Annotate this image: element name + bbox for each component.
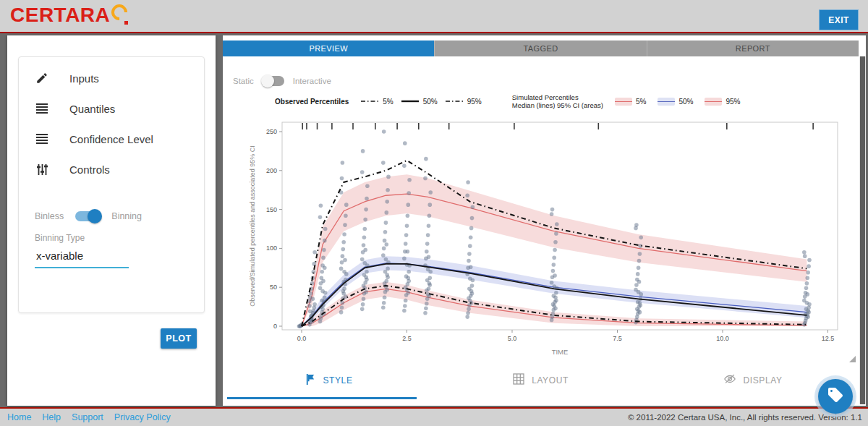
legend-item-observed: 5%	[360, 98, 393, 106]
vertical-scrollbar[interactable]	[859, 56, 866, 404]
sidebar-item-label: Inputs	[69, 72, 99, 85]
legend-item-label: 50%	[423, 98, 438, 106]
legend-item-label: 50%	[678, 98, 693, 106]
sidebar-item-inputs[interactable]: Inputs	[19, 63, 204, 93]
bottom-tab-bar: STYLE LAYOUT DISPLAY	[223, 371, 859, 390]
sidebar-item-label: Confidence Level	[69, 133, 153, 145]
y-tick-label: 0	[273, 323, 277, 330]
legend-item-simulated: 50%	[658, 98, 693, 106]
legend-swatch-line	[658, 101, 675, 103]
pencil-icon	[35, 72, 49, 85]
sidebar-item-label: Quantiles	[69, 103, 115, 115]
exit-button[interactable]: EXIT	[819, 9, 859, 30]
settings-sidebar: Inputs Quantiles Confidence Level Contro…	[7, 35, 216, 406]
y-tick-label: 100	[266, 244, 277, 252]
legend-simulated-title: Simulated Percentiles Median (lines) 95%…	[512, 93, 603, 110]
static-interactive-toggle-row: Static Interactive	[233, 76, 331, 86]
binless-label: Binless	[35, 211, 64, 221]
interactive-label: Interactive	[293, 77, 331, 85]
style-flag-icon	[305, 373, 315, 388]
plot-content	[297, 123, 814, 328]
top-bar: CERTARA EXIT	[0, 0, 868, 33]
layout-grid-icon	[513, 373, 524, 388]
active-tab-underline	[227, 397, 417, 399]
x-tick-label: 7.5	[613, 335, 622, 342]
x-tick-label: 2.5	[402, 335, 412, 342]
binning-type-label: Binning Type	[35, 233, 85, 243]
legend-item-label: 95%	[467, 98, 482, 106]
y-tick-label: 200	[266, 167, 277, 174]
x-tick-label: 0.0	[297, 335, 307, 342]
sidebar-item-label: Controls	[69, 163, 110, 176]
footer-links: Home Help Support Privacy Policy	[7, 409, 182, 426]
legend-simulated-title-line1: Simulated Percentiles	[512, 93, 579, 101]
legend-line-sample	[445, 98, 464, 105]
legend-band-swatch	[615, 98, 632, 106]
certara-logo: CERTARA	[10, 4, 128, 27]
chart-resize-grip[interactable]	[849, 356, 856, 362]
legend-item-label: 5%	[636, 98, 646, 106]
binning-toggle[interactable]	[75, 211, 100, 221]
top-tab-bar: PREVIEW TAGGED REPORT	[223, 41, 859, 56]
footer-bar: Home Help Support Privacy Policy © 2011-…	[0, 407, 868, 426]
vpc-chart-area: 0501001502002500.02.55.07.510.012.5TIMEO…	[244, 114, 856, 363]
footer-link-home[interactable]: Home	[7, 412, 31, 422]
legend-item-observed: 50%	[401, 98, 438, 106]
legend-line-sample	[360, 98, 379, 105]
bottom-tab-label: STYLE	[323, 375, 352, 385]
legend-item-simulated: 95%	[705, 98, 740, 106]
y-axis-title: Observed/Simulated percentiles and assoc…	[249, 145, 256, 307]
plot-button[interactable]: PLOT	[161, 328, 197, 349]
legend-line-sample	[401, 98, 420, 105]
legend-observed-title: Observed Percentiles	[275, 98, 349, 106]
toggle-knob	[88, 209, 102, 223]
preview-panel: PREVIEW TAGGED REPORT Static Interactive…	[223, 35, 866, 406]
sidebar-item-controls[interactable]: Controls	[19, 154, 204, 184]
toggle-knob	[261, 74, 274, 88]
tab-tagged[interactable]: TAGGED	[434, 41, 646, 56]
sidebar-item-confidence-level[interactable]: Confidence Level	[19, 124, 204, 154]
footer-link-help[interactable]: Help	[42, 412, 61, 422]
legend-item-label: 5%	[383, 98, 393, 106]
legend-band-swatch	[705, 98, 722, 106]
y-tick-label: 250	[266, 128, 277, 135]
sliders-icon	[35, 163, 49, 176]
legend-item-simulated: 5%	[615, 98, 646, 106]
tab-layout[interactable]: LAYOUT	[435, 371, 647, 390]
legend-simulated-items: 5%50%95%	[603, 98, 740, 106]
tag-fab-button[interactable]	[818, 379, 853, 414]
y-tick-label: 50	[270, 284, 277, 291]
eye-off-icon	[723, 373, 736, 388]
legend-simulated-title-line2: Median (lines) 95% CI (areas)	[512, 101, 603, 109]
x-axis-title: TIME	[552, 348, 569, 356]
list-icon	[35, 133, 49, 145]
x-tick-label: 10.0	[716, 335, 729, 342]
x-tick-label: 5.0	[508, 335, 517, 342]
list-icon	[35, 103, 49, 114]
legend-swatch-line	[615, 101, 632, 103]
legend-observed-items: 5%50%95%	[353, 98, 481, 106]
legend-item-label: 95%	[726, 98, 740, 106]
chart-legend: Observed Percentiles 5%50%95% Simulated …	[275, 93, 740, 110]
tab-style[interactable]: STYLE	[223, 371, 435, 390]
sidebar-item-quantiles[interactable]: Quantiles	[19, 93, 204, 124]
tab-preview[interactable]: PREVIEW	[223, 41, 434, 56]
footer-link-privacy-policy[interactable]: Privacy Policy	[114, 412, 171, 422]
scrollbar-thumb[interactable]	[860, 56, 865, 404]
x-tick-label: 12.5	[822, 335, 835, 342]
legend-item-observed: 95%	[445, 98, 482, 106]
binless-binning-toggle-row: Binless Binning	[35, 211, 142, 221]
vpc-plot-svg: 0501001502002500.02.55.07.510.012.5TIMEO…	[244, 114, 856, 363]
tab-report[interactable]: REPORT	[647, 41, 859, 56]
tag-icon	[827, 386, 844, 406]
y-tick-label: 150	[266, 206, 277, 213]
footer-link-support[interactable]: Support	[72, 412, 103, 422]
sidebar-menu-card: Inputs Quantiles Confidence Level Contro…	[18, 56, 205, 313]
binning-label: Binning	[111, 211, 142, 221]
logo-halo-icon	[109, 1, 131, 23]
binning-type-select[interactable]: x-variable	[35, 247, 129, 268]
logo-text: CERTARA	[10, 4, 110, 27]
static-label: Static	[233, 77, 254, 85]
static-interactive-toggle[interactable]	[263, 76, 284, 86]
bottom-tab-label: DISPLAY	[744, 375, 783, 385]
